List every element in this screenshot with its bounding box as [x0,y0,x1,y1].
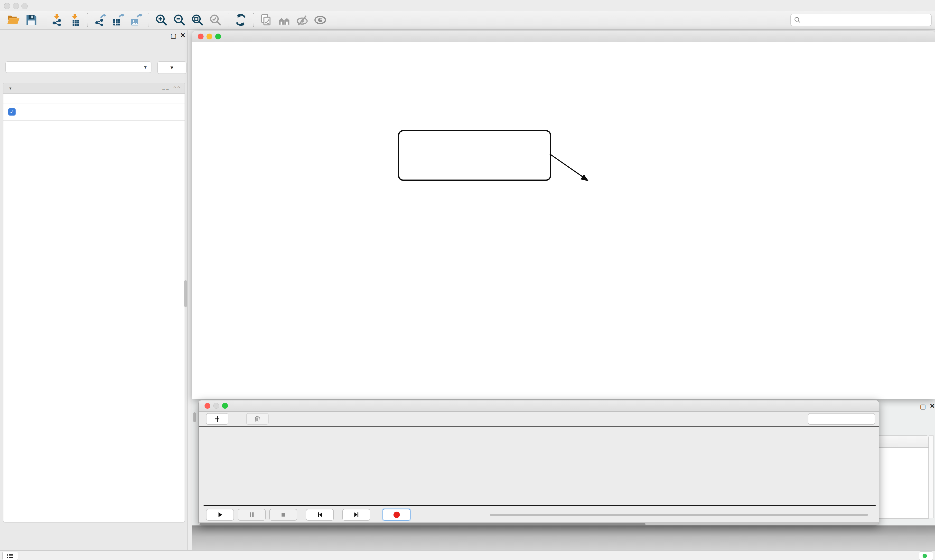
export-image-icon[interactable] [130,13,143,26]
animation-speed-slider[interactable] [490,514,868,516]
clear-all-frames-button[interactable] [808,413,875,425]
network-view-window [192,31,935,399]
add-frame-button[interactable] [206,413,228,425]
play-button[interactable] [206,509,234,521]
annotation-box[interactable] [398,130,551,181]
table-panel-footer [192,525,935,550]
list-icon [7,553,14,559]
trash-icon [254,415,261,423]
float-panel-icon[interactable]: ▢ [170,32,176,39]
zoom-window-button[interactable] [215,34,221,39]
properties-header: ▾ ⌄⌄ ⌄⌄ [3,83,185,94]
skip-to-start-icon [317,512,323,518]
window-zoom-button[interactable] [22,3,28,9]
memory-button[interactable] [919,551,933,560]
close-panel-icon[interactable]: ✕ [930,403,935,409]
export-network-icon[interactable] [94,13,106,26]
annotation-arrow [548,151,604,192]
node-table [876,435,929,518]
close-window-button[interactable] [198,34,204,39]
chevron-down-icon: ▼ [170,65,174,71]
expand-all-icon[interactable]: ⌄⌄ [161,85,169,92]
cyanimator-toolbar [199,412,879,426]
control-panel: ▢ ✕ ▾ ▼ ▾ ⌄⌄ ⌄⌄ ✓ [0,30,188,550]
network-canvas[interactable] [192,42,935,399]
cytoscape-app: ▢ ✕ ▾ ▼ ▾ ⌄⌄ ⌄⌄ ✓ [0,0,935,560]
zoom-out-icon[interactable] [173,13,186,26]
skip-to-end-button[interactable] [343,509,370,521]
toolbar-separator [44,13,44,27]
plus-icon [213,415,221,423]
chevron-down-icon: ▾ [144,64,147,70]
table-scrollbar-thumb[interactable] [193,412,196,422]
toolbar-separator [228,13,228,27]
cyanimator-controls [199,508,879,522]
hide-selected-eye-icon [296,13,309,26]
lock-size-row: ✓ [3,103,185,121]
properties-panel: ▾ ⌄⌄ ⌄⌄ ✓ [3,83,185,523]
network-window-titlebar[interactable] [192,31,935,42]
task-history-button[interactable] [2,552,18,560]
cyanimator-timeline[interactable] [199,427,879,508]
import-network-icon[interactable] [50,13,63,26]
toolbar-separator [148,13,149,27]
refresh-icon[interactable] [234,13,247,26]
copy-view-icon [259,13,273,26]
memory-status-icon [923,554,927,558]
play-icon [217,512,223,518]
toolbar-separator [253,13,254,27]
skip-to-end-icon [353,512,359,518]
table-scrollbar[interactable] [929,435,933,518]
timeline-ruler [204,505,876,506]
skip-to-start-button[interactable] [306,509,334,521]
control-panel-scrollbar[interactable] [184,280,187,307]
search-input[interactable] [801,16,928,24]
style-options-button[interactable]: ▼ [157,61,187,74]
zoom-fit-icon[interactable] [191,13,204,26]
import-table-icon[interactable] [68,13,81,26]
search-box[interactable] [790,14,932,26]
window-close-button[interactable] [4,3,10,9]
cyanimator-titlebar[interactable] [199,400,879,412]
float-panel-icon[interactable]: ▢ [920,403,926,410]
status-bar [0,550,935,560]
stop-icon [280,512,287,518]
record-icon [393,512,400,518]
properties-columns [3,94,185,103]
pause-button[interactable] [238,509,265,521]
stop-button[interactable] [269,509,297,521]
timeline-playhead[interactable] [423,428,423,506]
save-session-icon[interactable] [25,13,38,26]
cyanimator-window [199,400,879,525]
window-minimize-button[interactable] [13,3,19,9]
lock-size-checkbox[interactable]: ✓ [8,108,15,115]
record-button[interactable] [383,509,410,521]
minimize-window-button[interactable] [207,34,212,39]
search-icon [794,16,801,24]
timeline-scrollbar[interactable] [199,522,879,525]
pause-icon [248,512,255,518]
first-neighbors-icon [278,13,291,26]
zoom-in-icon[interactable] [155,13,168,26]
delete-frame-button[interactable] [246,413,268,425]
open-session-icon[interactable] [7,13,20,26]
timeline-scrollbar-thumb[interactable] [200,523,645,525]
show-all-eye-icon [313,13,327,26]
style-select-combo[interactable]: ▾ [5,61,151,73]
minimize-window-button[interactable] [213,403,219,409]
toolbar-separator [87,13,88,27]
zoom-selected-icon [209,13,222,26]
chevron-down-icon[interactable]: ▾ [9,86,11,91]
column-divider[interactable] [891,437,891,446]
network-edges [192,42,935,399]
close-panel-icon[interactable]: ✕ [180,32,185,38]
close-window-button[interactable] [205,403,210,409]
export-table-icon[interactable] [111,13,125,26]
zoom-window-button[interactable] [222,403,228,409]
collapse-all-icon[interactable]: ⌄⌄ [173,85,181,92]
node-table-header [877,436,929,448]
